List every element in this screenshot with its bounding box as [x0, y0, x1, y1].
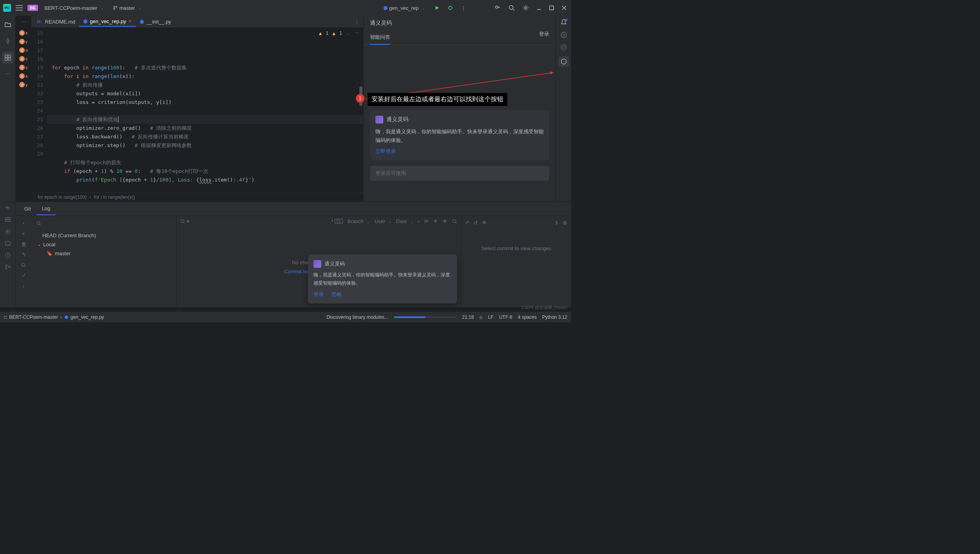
head-branch[interactable]: HEAD (Current Branch): [35, 231, 173, 240]
commit-search[interactable]: ▾ .* Cc: [180, 218, 343, 224]
notifications-icon[interactable]: [560, 19, 567, 26]
delete-icon[interactable]: 🗑: [21, 241, 26, 247]
readonly-icon[interactable]: ⦸: [479, 314, 483, 320]
undo-icon[interactable]: ↺: [474, 220, 478, 226]
structure-var[interactable]: vc: [19, 56, 28, 62]
branch-filter[interactable]: Branch ⌄: [348, 218, 370, 224]
search-action-icon[interactable]: [21, 262, 26, 268]
add-icon[interactable]: +: [22, 231, 25, 236]
structure-var[interactable]: vx: [19, 73, 28, 79]
editor-tab[interactable]: ⬢gen_vec_rep.py✕: [79, 17, 136, 27]
prev-highlight-icon[interactable]: ︿: [346, 29, 351, 38]
weak-warning-icon: ▲: [333, 29, 335, 38]
annotation-text: 安装好后在最左边或者最右边可以找到这个按钮: [368, 93, 507, 106]
nav-project[interactable]: BERT-CCPoem-master: [9, 314, 58, 320]
debug-button[interactable]: [446, 4, 455, 12]
close-button[interactable]: [560, 4, 568, 12]
go-left-icon[interactable]: ↰: [22, 252, 26, 258]
code-with-me-icon[interactable]: [493, 3, 502, 13]
forward-icon[interactable]: ›: [23, 283, 24, 289]
options-icon[interactable]: ⚙: [563, 220, 567, 226]
commit-tool-icon[interactable]: [2, 35, 14, 47]
go-forward-icon[interactable]: ›: [418, 218, 419, 224]
code-content[interactable]: ▲1 ▲1 ︿ ﹀ for epoch in range(100): # 多次迭…: [47, 27, 363, 193]
revert-icon[interactable]: ↶: [465, 220, 470, 226]
tab-git[interactable]: Git: [19, 203, 36, 215]
date-filter[interactable]: Date ⌄: [396, 218, 413, 224]
code-area[interactable]: 151617181920212223242526272829 ▲1 ▲1 ︿ ﹀…: [31, 27, 363, 193]
cursor-position[interactable]: 21:18: [462, 314, 474, 320]
structure-var[interactable]: vx: [19, 30, 28, 36]
ai-assistant-icon[interactable]: [560, 31, 567, 38]
editor-tab[interactable]: ⬢__init__.py: [136, 17, 175, 27]
svg-point-4: [495, 6, 498, 8]
svg-rect-11: [5, 58, 7, 60]
structure-var[interactable]: vy: [19, 39, 28, 44]
editor-tab[interactable]: M↓README.md: [33, 17, 79, 27]
next-highlight-icon[interactable]: ﹀: [355, 29, 359, 38]
right-tool-rail: [556, 16, 571, 202]
search-icon[interactable]: [507, 3, 516, 13]
refresh-icon[interactable]: ⟳: [424, 218, 428, 224]
more-actions-icon[interactable]: ⋮: [459, 4, 468, 13]
collapse-icon[interactable]: ‹: [23, 220, 24, 226]
tab-actions-icon[interactable]: ⋮: [354, 19, 363, 25]
eye-icon[interactable]: 👁: [443, 218, 448, 224]
settings-icon[interactable]: [521, 3, 530, 13]
find-icon[interactable]: [452, 219, 457, 224]
expand-all-icon[interactable]: ⇕: [554, 220, 559, 226]
svg-point-25: [37, 222, 40, 225]
login-link[interactable]: 登录: [539, 31, 549, 45]
user-filter[interactable]: User ⌄: [374, 218, 391, 224]
project-tool-icon[interactable]: [2, 19, 14, 31]
structure-var[interactable]: vy: [19, 82, 28, 87]
nav-folder-icon[interactable]: □: [4, 314, 7, 320]
nav-file[interactable]: gen_vec_rep.py: [71, 314, 104, 320]
main-menu-icon[interactable]: [14, 4, 24, 12]
git-commits: ▾ .* Cc Branch ⌄ User ⌄ Date ⌄ › ⟳ ⚘ 👁 N…: [177, 216, 461, 307]
run-config-selector[interactable]: ⬢ gen_vec_rep⌄: [380, 4, 428, 13]
tab-qa[interactable]: 智能问答: [370, 31, 390, 45]
close-tab-icon[interactable]: ✕: [128, 19, 132, 24]
line-numbers: 151617181920212223242526272829: [31, 27, 47, 193]
preview-icon[interactable]: 👁: [482, 220, 487, 226]
run-button[interactable]: [433, 4, 441, 12]
popup-login-link[interactable]: 登录: [313, 291, 324, 298]
project-selector[interactable]: BERT-CCPoem-master⌄: [41, 4, 107, 13]
status-bar: □ BERT-CCPoem-master › ⬢ gen_vec_rep.py …: [0, 311, 571, 322]
task-label[interactable]: Discovering binary modules...: [326, 314, 388, 320]
structure-var[interactable]: vc: [19, 65, 28, 70]
structure-var[interactable]: vn: [19, 47, 28, 53]
svg-point-8: [7, 40, 9, 42]
line-sep-indicator[interactable]: LF: [488, 314, 494, 320]
git-left-rail: [0, 202, 16, 307]
services-icon[interactable]: [5, 217, 11, 223]
tab-log[interactable]: Log: [36, 202, 56, 215]
terminal-icon[interactable]: [5, 240, 11, 247]
database-icon[interactable]: [560, 44, 567, 51]
breadcrumb[interactable]: for epoch in range(100) › for i in range…: [31, 193, 363, 202]
minimize-button[interactable]: [535, 4, 543, 12]
cherry-pick-icon[interactable]: ⚘: [433, 218, 438, 224]
svg-point-14: [563, 34, 565, 36]
vcs-icon[interactable]: [5, 264, 11, 270]
maximize-button[interactable]: [548, 4, 556, 12]
inspection-widget[interactable]: ▲1 ▲1 ︿ ﹀: [319, 29, 359, 38]
more-tools-icon[interactable]: ⋯: [3, 68, 13, 79]
popup-ignore-link[interactable]: 忽略: [332, 291, 342, 298]
branch-selector[interactable]: master⌄: [110, 4, 144, 13]
local-group[interactable]: ⌄Local: [35, 240, 173, 249]
encoding-indicator[interactable]: UTF-8: [499, 314, 512, 320]
tongyi-rail-icon[interactable]: [559, 56, 569, 67]
run-tool-icon[interactable]: [5, 229, 11, 235]
python-console-icon[interactable]: [5, 205, 11, 211]
problems-icon[interactable]: [5, 252, 11, 258]
expand-icon[interactable]: ⤢: [22, 272, 26, 278]
branch-master[interactable]: 🔖 master: [35, 249, 173, 258]
indent-indicator[interactable]: 4 spaces: [518, 314, 537, 320]
interpreter-indicator[interactable]: Python 3.12: [542, 314, 567, 320]
tongyi-input[interactable]: 登录后可使用: [370, 166, 549, 181]
structure-tool-icon[interactable]: [2, 52, 14, 64]
branch-search-icon[interactable]: [35, 219, 173, 228]
login-now-link[interactable]: 立即登录: [375, 148, 396, 155]
